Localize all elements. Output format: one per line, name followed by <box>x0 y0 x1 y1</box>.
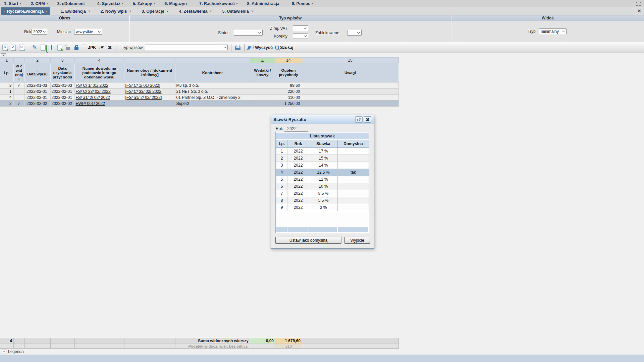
dialog-rok-input[interactable]: 2022 <box>284 126 308 132</box>
col-header-data-wpisu[interactable]: △Data wpisu <box>24 63 50 82</box>
menu-item[interactable]: 1. Start ▾ <box>4 1 21 6</box>
menu-item[interactable]: 6. Magazyn ▾ <box>164 1 190 6</box>
dialog-close-button[interactable]: ✖ <box>364 116 371 123</box>
main-menubar: 1. Start ▾ 2. CRM ▾ 3. eDokument ▾ 4. Sp… <box>0 0 644 7</box>
stawka-row[interactable]: 8 2022 5.5 % <box>276 197 369 204</box>
menu-item[interactable]: 3. eDokument ▾ <box>57 1 88 6</box>
unlock-button[interactable] <box>65 44 71 51</box>
tryb-select[interactable]: minimalny <box>539 28 567 34</box>
stawka-row[interactable]: 2 2022 15 % <box>276 155 369 162</box>
jpk-button[interactable]: JPK <box>82 44 96 51</box>
miesiac-select[interactable]: wszystkie <box>74 29 102 35</box>
menu-item[interactable]: 4. Sprzedaż ▾ <box>97 1 123 6</box>
exit-button[interactable]: Wyjście <box>344 237 370 244</box>
source-document-link[interactable]: [FS/ a1/ 2/ 02/ 2022] <box>125 95 162 100</box>
sort-button[interactable]: ↓ <box>98 44 104 51</box>
print-button[interactable] <box>235 44 241 51</box>
active-tab-marker: • <box>4 10 5 13</box>
stawki-table: Lp. Rok Stawka Domyślna 1 2022 17 % 2 20… <box>276 140 369 211</box>
stawka-domyslna <box>338 148 369 155</box>
edit-button[interactable]: ✎ <box>32 44 38 51</box>
source-document-link[interactable]: [FS/ C/ 33/ 02/ 2022] <box>125 89 163 94</box>
col-header-data-uzyskania[interactable]: Data uzyskania przychodu <box>50 63 74 82</box>
document-link[interactable]: FS/ C/ 1/ 01/ 2022 <box>76 83 108 88</box>
menu-item[interactable]: 5. Zakupy ▾ <box>133 1 155 6</box>
stawki-col-stawka: Stawka <box>309 140 338 148</box>
legend-toggle[interactable]: + Legenda <box>2 349 24 354</box>
menu-item[interactable]: 2. CRM ▾ <box>31 1 48 6</box>
section-title: Widok <box>451 15 644 21</box>
col-header-w-ewidencji[interactable]: W ewidencji <box>13 63 24 82</box>
toolbar-divider <box>28 44 28 51</box>
stawka-row[interactable]: 9 2022 3 % <box>276 204 369 211</box>
chevron-down-icon <box>223 46 226 48</box>
tab-ryczalt-ewidencja[interactable]: • Ryczałt-Ewidencja • <box>1 7 50 15</box>
add-entry-z-button[interactable]: Z+ <box>10 44 16 51</box>
dialog-rok-row: Rok2022 <box>276 126 308 132</box>
stawka-rok: 2022 <box>287 162 309 169</box>
stawka-row[interactable]: 7 2022 8.5 % <box>276 190 369 197</box>
columns-view-button[interactable] <box>48 44 54 51</box>
document-link[interactable]: FS/ a1/ 2/ 02/ 2022 <box>76 95 110 100</box>
stawka-row[interactable]: 4 2022 12.5 % tak <box>276 169 369 176</box>
document-link[interactable]: EWP/ 001/ 2022 <box>76 101 105 106</box>
document-history-button[interactable]: ↻ <box>57 44 63 51</box>
tab-label: 3. Operacje <box>142 9 164 14</box>
source-document-link[interactable]: [FS/ C/ 1/ 01/ 2022] <box>125 83 160 88</box>
col-header-wydatki[interactable]: Wydatki / koszty <box>250 63 275 82</box>
stawka-row[interactable]: 3 2022 14 % <box>276 162 369 169</box>
module-tab[interactable]: 4. Zestawienia ▾ <box>179 9 212 14</box>
scroll-up-button[interactable]: ▲ <box>1 53 6 57</box>
columns-icon <box>49 45 54 50</box>
col-header-numer-obcy[interactable]: Numer obcy / [dokument źródłowy] <box>124 63 175 82</box>
lock-button[interactable] <box>73 44 79 51</box>
stawka-row[interactable]: 5 2022 12 % <box>276 176 369 183</box>
popout-button[interactable] <box>355 116 363 123</box>
korekty-select[interactable] <box>293 33 308 39</box>
col-header-przychody[interactable]: Ogółem przychody <box>275 63 302 82</box>
dialog-titlebar[interactable]: Stawki Ryczałtu ✖ <box>271 115 374 124</box>
stawka-row[interactable]: 6 2022 10 % <box>276 183 369 190</box>
add-entry-u-button[interactable]: U+ <box>18 44 24 51</box>
menu-item-label: 2. CRM <box>31 1 45 6</box>
typ-wpisow-select[interactable] <box>145 45 228 50</box>
cell-lp: 2 <box>0 101 13 107</box>
stawka-rok: 2022 <box>287 155 309 162</box>
document-refresh-icon: ↻ <box>57 45 62 51</box>
menu-item[interactable]: 7. Rachunkowość ▾ <box>199 1 238 6</box>
preview-document-button[interactable] <box>40 44 46 51</box>
fullscreen-icon[interactable] <box>636 1 641 6</box>
document-add-u-icon: U+ <box>19 45 24 51</box>
module-tab[interactable]: 5. Ustawienia ▾ <box>222 9 253 14</box>
module-tab[interactable]: 2. Nowy wpis ▾ <box>101 9 131 14</box>
cell-kontrahent: 21 NET Sp. z o.o. <box>175 88 250 95</box>
set-default-button[interactable]: Ustaw jako domyślną <box>275 237 341 244</box>
clear-filters-button[interactable]: Wyczyść <box>248 44 273 51</box>
module-tab[interactable]: 1. Ewidencja ▾ <box>61 9 90 14</box>
stawka-value: 12 % <box>309 176 338 183</box>
rok-select[interactable]: 2022 <box>32 29 47 35</box>
zablokowane-select[interactable] <box>347 30 362 36</box>
close-icon[interactable]: × <box>638 7 641 15</box>
col-header-kontrahent[interactable]: Kontrahent <box>175 63 250 82</box>
stawka-row[interactable]: 1 2022 17 % <box>276 148 369 155</box>
add-entry-s-button[interactable]: S+ <box>2 44 8 51</box>
cell-numer-obcy: [FS/ C/ 33/ 02/ 2022] <box>124 88 175 95</box>
table-row[interactable]: 3 ✔ 2022-01-03 2022-01-03 FS/ C/ 1/ 01/ … <box>0 82 398 88</box>
z-rej-vat-select[interactable] <box>293 25 308 31</box>
status-select[interactable] <box>234 30 263 36</box>
table-row[interactable]: 2 ✔ 2022-02-02 2022-02-02 EWP/ 001/ 2022… <box>0 101 398 107</box>
chevron-down-icon <box>357 31 360 34</box>
col-header-numer-dowodu[interactable]: Numer dowodu na podstawie którego dokona… <box>74 63 124 82</box>
menu-item[interactable]: 8. Administracja ▾ <box>247 1 282 6</box>
table-row[interactable]: 4 ✔ 2022-02-01 2022-02-01 FS/ a1/ 2/ 02/… <box>0 95 398 101</box>
clear-selection-button[interactable]: ✖ <box>107 44 113 51</box>
filter-section-typ-wpisow: Typ wpisów Status Z rej. VAT Korekty Zab… <box>130 15 451 42</box>
table-row[interactable]: 1 ✔ 2022-02-01 2022-02-01 FS/ C/ 33/ 02/… <box>0 88 398 95</box>
document-link[interactable]: FS/ C/ 33/ 02/ 2022 <box>76 89 111 94</box>
menu-item[interactable]: 9. Pomoc ▾ <box>292 1 314 6</box>
col-header-lp[interactable]: Lp. <box>0 63 13 82</box>
col-header-uwagi[interactable]: Uwagi <box>302 63 398 82</box>
module-tab[interactable]: 3. Operacje ▾ <box>142 9 168 14</box>
search-button[interactable]: Szukaj <box>275 44 293 51</box>
